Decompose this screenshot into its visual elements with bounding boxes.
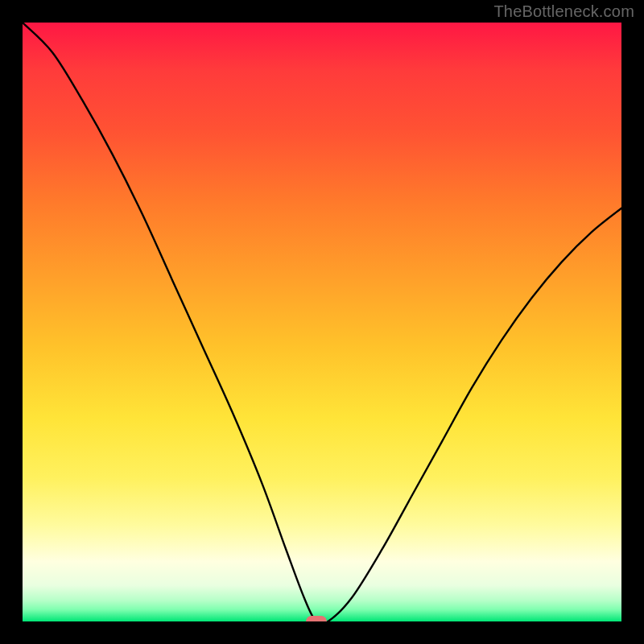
chart-frame: TheBottleneck.com <box>0 0 644 644</box>
optimal-point-marker <box>306 616 327 621</box>
plot-area <box>23 23 621 621</box>
bottleneck-curve <box>23 23 621 621</box>
watermark-label: TheBottleneck.com <box>493 3 634 19</box>
